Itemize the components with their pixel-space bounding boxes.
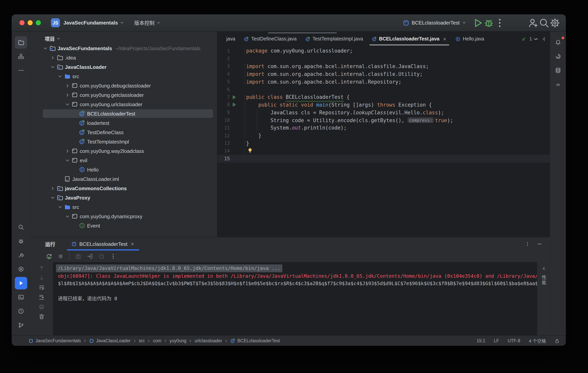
scroll-to-end-button[interactable]	[39, 294, 45, 300]
tree-item-com.yuy0ung.urlclassloader[interactable]: com.yuy0ung.urlclassloader	[30, 100, 217, 109]
tree-expand-toggle[interactable]	[58, 204, 64, 209]
tree-item-javaCommonsCollections[interactable]: javaCommonsCollections	[30, 184, 217, 193]
performance-collapsed-tab[interactable]: 性能	[537, 262, 550, 335]
maven-tool-button[interactable]: m	[552, 78, 564, 91]
close-window-button[interactable]	[20, 20, 24, 25]
snapshot-button[interactable]	[75, 253, 81, 259]
tree-item-TestTemplatesImpl[interactable]: CTestTemplatesImpl	[30, 137, 217, 146]
tree-item-.idea[interactable]: .idea	[30, 53, 217, 62]
tree-item-com.yuy0ung.dynamicproxy[interactable]: com.yuy0ung.dynamicproxy	[30, 212, 217, 221]
code-line-4[interactable]: 4import com.sun.org.apache.bcel.internal…	[217, 70, 550, 78]
inspection-widget[interactable]: 1	[522, 36, 546, 42]
run-panel-options-button[interactable]	[525, 241, 530, 246]
code-line-8[interactable]: 8 public static void main(String []args)…	[217, 101, 550, 109]
console-more-button[interactable]	[110, 253, 116, 259]
tree-expand-toggle[interactable]	[65, 92, 72, 97]
search-everywhere-button[interactable]	[539, 17, 549, 28]
editor-tab-Hello.java[interactable]: CHello.java	[451, 32, 488, 46]
breadcrumb-yuy0ung[interactable]: yuy0ung	[169, 338, 187, 343]
editor-tab-TestTemplatesImpl.java[interactable]: CTestTemplatesImpl.java	[301, 32, 367, 46]
tree-expand-toggle[interactable]	[65, 148, 72, 153]
tree-expand-toggle[interactable]	[50, 195, 57, 200]
indent-setting[interactable]: 4 个空格	[529, 338, 546, 344]
more-actions-button[interactable]	[494, 17, 505, 28]
tree-expand-toggle[interactable]	[65, 83, 72, 88]
tree-item-BCELclassloaderTest[interactable]: CBCELclassloaderTest	[30, 109, 217, 118]
ai-assistant-tool-button[interactable]	[552, 50, 564, 63]
tree-expand-toggle[interactable]	[43, 46, 49, 51]
project-tool-button[interactable]	[15, 36, 27, 49]
code-line-14[interactable]: 14	[217, 147, 550, 155]
find-tool-button[interactable]	[15, 221, 27, 233]
code-with-me-button[interactable]	[528, 17, 539, 28]
vcs-menu[interactable]: 版本控制	[134, 19, 161, 26]
tree-expand-toggle[interactable]	[58, 74, 64, 79]
run-tool-button[interactable]	[15, 277, 27, 289]
project-menu[interactable]: JavaSecFundamentals	[63, 20, 124, 26]
tree-expand-toggle[interactable]	[50, 55, 57, 60]
tree-expand-toggle[interactable]	[65, 102, 72, 107]
print-button[interactable]	[39, 304, 45, 310]
editor-tab-TestDefineClass.java[interactable]: CTestDefineClass.java	[240, 32, 301, 46]
file-encoding[interactable]: UTF-8	[508, 338, 520, 343]
run-configuration-selector[interactable]: BCELclassloaderTest	[403, 20, 466, 26]
code-line-13[interactable]: 13}	[217, 139, 550, 147]
more-tools-tool-button[interactable]	[15, 64, 27, 77]
intention-bulb-icon[interactable]	[247, 148, 253, 154]
code-line-2[interactable]: 2	[217, 55, 550, 63]
project-panel-header[interactable]: 项目	[30, 32, 217, 45]
code-line-10[interactable]: 10 String code = Utility.encode(cls.getB…	[217, 116, 550, 124]
close-icon[interactable]	[442, 37, 447, 41]
tree-item-loadertest[interactable]: Cloadertest	[30, 118, 217, 128]
tree-item-src[interactable]: src	[30, 72, 217, 81]
profiler-button[interactable]	[98, 253, 105, 259]
breadcrumb-JavaClassLoader[interactable]: JavaClassLoader	[89, 338, 131, 343]
run-line-gutter[interactable]	[230, 95, 245, 99]
terminal-tool-button[interactable]	[15, 291, 27, 303]
tree-expand-toggle[interactable]	[65, 214, 72, 219]
tree-item-JavaProxy[interactable]: JavaProxy	[30, 193, 217, 202]
problems-tool-button[interactable]	[15, 305, 27, 317]
minimize-window-button[interactable]	[28, 20, 33, 25]
tree-expand-toggle[interactable]	[65, 158, 72, 163]
run-console[interactable]: /Library/Java/JavaVirtualMachines/jdk1.8…	[53, 262, 537, 335]
tree-expand-toggle[interactable]	[50, 64, 57, 69]
code-line-3[interactable]: 3import com.sun.org.apache.bcel.internal…	[217, 63, 550, 70]
stop-button[interactable]	[58, 253, 64, 259]
chevron-down-icon[interactable]	[542, 37, 546, 41]
next-occurrence-button[interactable]	[39, 275, 45, 281]
run-tab[interactable]: BCELclassloaderTest	[67, 237, 139, 250]
breadcrumb-urlclassloader[interactable]: urlclassloader	[195, 338, 222, 343]
tree-item-com.yuy0ung.debugclassloader[interactable]: com.yuy0ung.debugclassloader	[30, 81, 217, 90]
tree-item-Event[interactable]: IEvent	[30, 221, 217, 230]
code-line-5[interactable]: 5import com.sun.org.apache.bcel.internal…	[217, 78, 550, 85]
code-line-15[interactable]: 15	[217, 155, 550, 163]
code-line-12[interactable]: 12 }	[217, 132, 550, 140]
run-panel-hide-button[interactable]	[537, 241, 542, 246]
lock-open-icon[interactable]	[555, 338, 560, 343]
thread-dump-button[interactable]	[87, 253, 93, 259]
zoom-window-button[interactable]	[36, 20, 41, 25]
database-tool-button[interactable]	[552, 64, 564, 77]
code-area[interactable]: 1package com.yuy0ung.urlclassloader;23im…	[217, 46, 550, 237]
prev-occurrence-button[interactable]	[39, 265, 45, 271]
rerun-button[interactable]	[46, 253, 52, 259]
code-line-6[interactable]: 6	[217, 85, 550, 93]
services-tool-button[interactable]	[15, 263, 27, 275]
soft-wrap-button[interactable]	[39, 284, 45, 290]
clear-console-button[interactable]	[39, 313, 45, 320]
editor-tab-BCELclassloaderTest.java[interactable]: CBCELclassloaderTest.java	[367, 32, 451, 46]
breadcrumb-JavaSecFundamentals[interactable]: JavaSecFundamentals	[28, 338, 81, 343]
debug-button[interactable]	[483, 17, 494, 28]
notifications-tool-button[interactable]	[552, 36, 564, 49]
run-line-gutter[interactable]	[230, 103, 245, 107]
tree-item-JavaClassLoader[interactable]: JavaClassLoader	[30, 62, 217, 72]
tree-item-Hello[interactable]: CHello	[30, 165, 217, 174]
run-button[interactable]	[472, 17, 483, 28]
tree-item-TestDefineClass[interactable]: CTestDefineClass	[30, 128, 217, 137]
editor-tab-java[interactable]: java	[222, 32, 240, 46]
version-control-tool-button[interactable]	[15, 319, 27, 331]
breadcrumb-BCELclassloaderTest[interactable]: CBCELclassloaderTest	[231, 338, 280, 343]
tree-expand-toggle[interactable]	[50, 186, 57, 191]
code-line-11[interactable]: 11 System.out.println(code);	[217, 124, 550, 132]
